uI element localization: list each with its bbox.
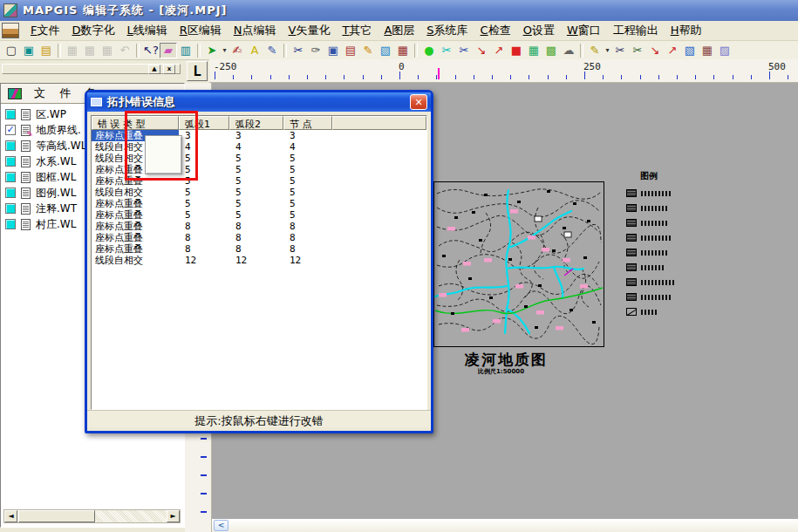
save-all-icon[interactable]: ▦ — [81, 43, 99, 58]
file-visibility-checkbox[interactable] — [5, 219, 16, 229]
hscroll-thumb[interactable] — [18, 510, 95, 522]
fill-red-icon[interactable]: ■ — [508, 43, 525, 58]
menu-item-W[interactable]: W窗口 — [561, 21, 607, 40]
error-row[interactable]: 线段自相交121212 — [92, 255, 426, 266]
save-icon[interactable]: ▦ — [64, 43, 81, 58]
polyline-edit-icon[interactable]: ✑ — [307, 43, 324, 58]
column-header-3[interactable]: 节 点 — [283, 116, 332, 130]
cell-arc2: 5 — [229, 198, 283, 209]
error-row[interactable]: 座标点重叠888 — [92, 221, 426, 232]
column-header-2[interactable]: 弧段2 — [229, 116, 283, 130]
menu-item-L[interactable]: L线编辑 — [121, 21, 174, 40]
layer-lock-button[interactable]: L — [187, 61, 208, 81]
menu-item-T[interactable]: T其它 — [336, 21, 378, 40]
cut-icon[interactable]: ✂ — [290, 43, 307, 58]
legend-symbol — [626, 293, 637, 301]
file-visibility-checkbox[interactable] — [5, 203, 16, 214]
dropdown-icon[interactable]: ▾ — [221, 43, 228, 58]
vruler-tick — [201, 493, 207, 494]
area-edit-icon[interactable]: ▰ — [160, 43, 177, 58]
table-line-icon[interactable]: ▦ — [699, 43, 716, 58]
error-row[interactable]: 座标点重叠888 — [92, 232, 426, 243]
file-doc-icon — [21, 219, 31, 230]
menu-item-A[interactable]: A图层 — [378, 21, 420, 40]
error-row[interactable]: 座标点重叠555 — [92, 198, 426, 209]
file-label: 等高线.WL — [36, 139, 86, 153]
menu-item-工程输出[interactable]: 工程输出 — [607, 21, 665, 40]
panel-close-button[interactable]: x — [163, 65, 175, 74]
hscroll-right-button[interactable]: ► — [167, 510, 180, 522]
cut-line-icon[interactable]: ✂ — [611, 43, 629, 58]
undo-icon[interactable]: ↶ — [116, 43, 133, 58]
menu-item-F[interactable]: F文件 — [24, 21, 65, 40]
clip-region2-icon[interactable]: ✂ — [455, 43, 473, 58]
menu-item-N[interactable]: N点编辑 — [228, 21, 283, 40]
dropdown2-icon[interactable]: ▾ — [604, 43, 611, 58]
move-point-icon[interactable]: ✍ — [228, 43, 246, 58]
menu-item-D[interactable]: D数字化 — [65, 21, 120, 40]
legend-label — [641, 310, 657, 315]
pen-line-icon[interactable]: ✎ — [586, 43, 604, 58]
print-icon[interactable]: ▥ — [177, 43, 194, 58]
save-as-icon[interactable]: ▦ — [99, 43, 116, 58]
grid-region-icon[interactable]: ▦ — [525, 43, 542, 58]
search-point-icon[interactable]: ✎ — [263, 43, 281, 58]
ruler-tick — [751, 75, 752, 79]
region-fill-icon[interactable]: ● — [420, 43, 438, 58]
file-panel-hscrollbar[interactable]: ◄ ► — [3, 509, 181, 523]
cell-arc1: 5 — [179, 198, 229, 209]
node-edit-icon[interactable]: ↘ — [473, 43, 490, 58]
hatch-region-icon[interactable]: ▩ — [542, 43, 560, 58]
ruler-tick — [510, 75, 511, 79]
menu-item-V[interactable]: V矢量化 — [283, 21, 337, 40]
node-line-icon[interactable]: ↗ — [664, 43, 681, 58]
file-visibility-checkbox[interactable] — [5, 172, 16, 182]
file-label: 地质界线. — [36, 123, 81, 138]
snap-line-icon[interactable]: ↘ — [646, 43, 664, 58]
canvas-hscrollbar[interactable]: < — [212, 519, 798, 532]
polyline-node-icon[interactable]: ↗ — [490, 43, 508, 58]
cell-arc2: 12 — [229, 255, 283, 266]
menu-item-R[interactable]: R区编辑 — [174, 21, 228, 40]
file-visibility-checkbox[interactable] — [5, 109, 16, 119]
file-visibility-checkbox[interactable] — [5, 188, 16, 198]
menu-item-C[interactable]: C检查 — [474, 21, 517, 40]
new-region-icon[interactable]: ▧ — [377, 43, 394, 58]
edit-attr-icon[interactable]: ✎ — [359, 43, 377, 58]
column-header-4[interactable] — [332, 116, 426, 130]
paste-icon[interactable]: ▤ — [342, 43, 359, 58]
error-row[interactable]: 座标点重叠555 — [92, 209, 426, 221]
text-tool-icon[interactable]: A — [246, 43, 263, 58]
error-row[interactable]: 线段自相交555 — [92, 187, 426, 198]
legend-symbol — [626, 219, 637, 227]
cell-arc1: 5 — [179, 209, 229, 221]
hatch-pattern-icon[interactable]: ▨ — [716, 43, 733, 58]
dialog-titlebar[interactable]: 拓扑错误信息 ✕ — [87, 92, 431, 112]
hscroll-left-button[interactable]: ◄ — [4, 510, 17, 522]
canvas-scroll-left-button[interactable]: < — [214, 520, 228, 531]
cloud-region-icon[interactable]: ☁ — [560, 43, 577, 58]
ruler-tick — [769, 72, 770, 79]
cut-line2-icon[interactable]: ✂ — [629, 43, 646, 58]
file-visibility-checkbox[interactable] — [5, 140, 16, 151]
open-template-icon[interactable]: ▣ — [20, 43, 38, 58]
ruler-tick — [455, 75, 456, 79]
copy-icon[interactable]: ▣ — [324, 43, 342, 58]
open-folder-icon[interactable]: ▤ — [38, 43, 55, 58]
file-visibility-checkbox[interactable] — [5, 156, 16, 167]
table-edit-icon[interactable]: ▦ — [394, 43, 412, 58]
panel-collapse-button[interactable]: ▲ — [148, 65, 160, 74]
menu-item-O[interactable]: O设置 — [517, 21, 561, 40]
file-visibility-checkbox[interactable]: ✓ — [5, 125, 16, 135]
help-pointer-icon[interactable]: ↖? — [142, 43, 160, 58]
dialog-close-button[interactable]: ✕ — [410, 94, 427, 110]
error-row[interactable]: 座标点重叠888 — [92, 243, 426, 255]
rect-edit-icon[interactable]: ▧ — [681, 43, 699, 58]
new-file-icon[interactable]: ▢ — [3, 43, 20, 58]
ruler-label: 500 — [768, 61, 786, 72]
input-point-icon[interactable]: ➤ — [203, 43, 221, 58]
menu-item-S[interactable]: S系统库 — [420, 21, 474, 40]
clip-region-icon[interactable]: ✂ — [438, 43, 455, 58]
cell-arc2: 5 — [229, 187, 283, 198]
menu-item-H[interactable]: H帮助 — [665, 21, 708, 40]
